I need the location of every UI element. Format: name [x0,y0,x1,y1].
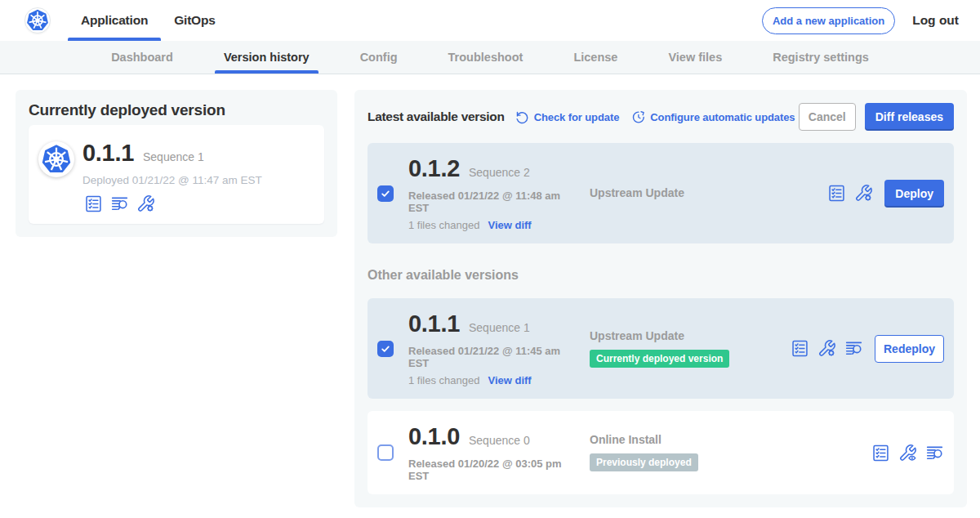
deploy-logs-icon[interactable] [844,339,863,358]
tab-gitops[interactable]: GitOps [161,0,228,41]
deployed-panel-title: Currently deployed version [29,102,324,118]
subnav-license[interactable]: License [573,41,617,74]
deployed-timestamp: Deployed 01/21/22 @ 11:47 am EST [82,174,262,186]
deployed-card-top: 0.1.1 Sequence 1 Deployed 01/21/22 @ 11:… [38,141,311,186]
files-changed-label: 1 files changed [408,219,479,231]
app-avatar [38,141,74,177]
version-number: 0.1.2 [408,158,460,179]
sequence-label: Sequence 2 [469,166,530,179]
version-row-0-1-0: 0.1.0 Sequence 0 Released 01/20/22 @ 03:… [368,411,954,494]
kubernetes-logo-icon [40,143,73,176]
version-number: 0.1.0 [408,426,460,447]
other-versions-title: Other available versions [368,269,954,282]
version-line: 0.1.0 Sequence 0 [408,426,565,447]
version-line: 0.1.2 Sequence 2 [408,158,565,179]
deployed-sequence-label: Sequence 1 [143,150,204,163]
source-label: Online Install [590,434,782,446]
subnav-view-files[interactable]: View files [668,41,722,74]
source-label: Upstream Update [590,330,782,342]
view-diff-link[interactable]: View diff [488,374,531,386]
released-timestamp: Released 01/21/22 @ 11:48 am EST [408,190,565,214]
subnav-config[interactable]: Config [360,41,398,74]
deployed-icon-row [84,194,311,213]
version-source: Upstream Update Currently deployed versi… [590,330,782,368]
main-content: Currently deployed version 0.1.1 Sequenc… [0,74,980,507]
configure-automatic-updates-link[interactable]: Configure automatic updates [631,110,795,124]
deploy-logs-icon[interactable] [925,444,944,462]
view-config-icon[interactable] [898,444,917,462]
version-info: 0.1.0 Sequence 0 Released 01/20/22 @ 03:… [408,411,565,494]
cancel-button[interactable]: Cancel [799,103,856,131]
preflight-checks-icon[interactable] [827,184,846,203]
currently-deployed-badge: Currently deployed version [590,350,729,368]
version-source: Upstream Update [590,187,782,199]
deploy-logs-icon[interactable] [110,194,129,213]
add-application-button[interactable]: Add a new application [762,7,895,34]
released-timestamp: Released 01/20/22 @ 03:05 pm EST [408,458,565,482]
version-source: Online Install Previously deployed [590,434,782,471]
files-changed-label: 1 files changed [408,374,479,386]
row-actions: Redeploy [791,298,944,399]
available-versions-panel: Latest available version Check for updat… [354,90,967,507]
version-line: 0.1.1 Sequence 1 [82,142,262,163]
version-row-0-1-2: 0.1.2 Sequence 2 Released 01/21/22 @ 11:… [368,143,954,243]
available-panel-header: Latest available version Check for updat… [368,103,954,131]
checkbox-column [377,143,394,243]
redeploy-button[interactable]: Redeploy [875,335,944,363]
refresh-icon [515,110,529,124]
subnav-version-history[interactable]: Version history [224,41,310,74]
check-for-update-label: Check for update [534,111,620,123]
version-row-0-1-1: 0.1.1 Sequence 1 Released 01/21/22 @ 11:… [368,298,954,399]
check-for-update-link[interactable]: Check for update [515,110,620,124]
deployed-info: 0.1.1 Sequence 1 Deployed 01/21/22 @ 11:… [82,141,262,186]
checkbox-column [377,298,394,399]
sequence-label: Sequence 1 [469,321,530,334]
deployed-version-card: 0.1.1 Sequence 1 Deployed 01/21/22 @ 11:… [29,125,324,224]
topbar: Application GitOps Add a new application… [0,0,980,41]
available-panel-title: Latest available version [368,109,505,124]
kubernetes-logo-icon [25,8,50,33]
logout-button[interactable]: Log out [912,13,959,28]
preflight-checks-icon[interactable] [791,339,809,358]
version-line: 0.1.1 Sequence 1 [408,313,565,334]
deployed-version-number: 0.1.1 [82,142,134,163]
check-icon [380,343,391,355]
schedule-update-icon [631,110,645,124]
source-label: Upstream Update [590,187,782,199]
version-checkbox[interactable] [377,341,394,357]
edit-config-icon[interactable] [817,339,836,358]
version-checkbox[interactable] [377,185,394,202]
tab-application[interactable]: Application [68,0,161,41]
topbar-right: Add a new application Log out [762,0,980,41]
subnav-registry-settings[interactable]: Registry settings [773,41,869,74]
subnav-dashboard[interactable]: Dashboard [111,41,173,74]
view-diff-link[interactable]: View diff [488,219,531,231]
edit-config-icon[interactable] [854,184,873,203]
edit-config-icon[interactable] [136,194,155,213]
configure-automatic-updates-label: Configure automatic updates [650,111,795,123]
diff-releases-button[interactable]: Diff releases [865,103,954,131]
app-subnav: Dashboard Version history Config Trouble… [0,41,980,74]
version-checkbox[interactable] [377,444,394,461]
subnav-troubleshoot[interactable]: Troubleshoot [448,41,523,74]
row-actions: Deploy [827,143,944,243]
preflight-checks-icon[interactable] [84,194,103,213]
sequence-label: Sequence 0 [469,434,530,447]
version-info: 0.1.2 Sequence 2 Released 01/21/22 @ 11:… [408,143,565,243]
check-icon [380,188,391,199]
row-actions [871,411,944,494]
version-number: 0.1.1 [408,313,460,334]
app-logo [24,7,51,33]
version-info: 0.1.1 Sequence 1 Released 01/21/22 @ 11:… [408,298,565,399]
deploy-button[interactable]: Deploy [884,180,944,208]
checkbox-column [377,411,394,494]
previously-deployed-badge: Previously deployed [590,453,698,471]
preflight-checks-icon[interactable] [871,444,890,462]
currently-deployed-panel: Currently deployed version 0.1.1 Sequenc… [16,90,337,237]
released-timestamp: Released 01/21/22 @ 11:45 am EST [408,345,565,369]
top-tabs: Application GitOps [68,0,229,41]
